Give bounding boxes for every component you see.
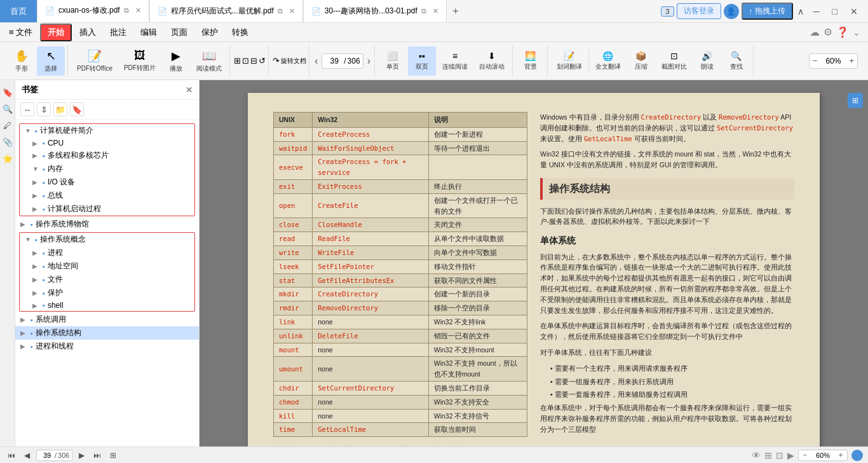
bookmark-icon-btn[interactable]: 🔖 [1, 85, 15, 99]
status-zoom-out-button[interactable]: － [799, 449, 811, 461]
compress-button[interactable]: 📦 压缩 [627, 46, 655, 76]
menu-file[interactable]: ≡ 文件 [3, 25, 39, 39]
right-panel-toggle[interactable]: ⊞ [848, 93, 863, 108]
upload-button[interactable]: ↑ 拖拽上传 [742, 3, 793, 20]
tab-2-copy-icon[interactable]: ⧉ [278, 7, 283, 15]
menu-page[interactable]: 页面 [165, 25, 194, 39]
attach-icon-btn[interactable]: 📎 [1, 135, 15, 149]
bm-boot[interactable]: ▶ ▪ 计算机启动过程 [20, 202, 194, 216]
bm-syscall[interactable]: ▶ ▪ 系统调用 [15, 313, 199, 326]
bm-hardware-intro[interactable]: ▼ ▪ 计算机硬件简介 [20, 124, 194, 137]
status-zoom-control[interactable]: － ＋ [798, 450, 848, 461]
status-zoom-input[interactable] [811, 452, 834, 459]
menu-annotate[interactable]: 批注 [104, 25, 133, 39]
tab-1-close[interactable]: ✕ [135, 6, 141, 15]
tab-2-close[interactable]: ✕ [289, 7, 295, 15]
full-translate-button[interactable]: 🌐 全文翻译 [590, 46, 626, 76]
tab-3-copy-icon[interactable]: ⧉ [421, 7, 426, 15]
next-page-status-button[interactable]: ▶ [76, 450, 87, 460]
word-translate-button[interactable]: 📝 划词翻译 [552, 46, 587, 76]
page-input[interactable] [325, 57, 344, 66]
tab-3[interactable]: 📄 30---趣谈网络协...03-01.pdf ⧉ ✕ [303, 0, 447, 22]
play-button[interactable]: ▶ 播放 [162, 46, 190, 76]
tts-button[interactable]: 🔊 朗读 [693, 46, 721, 76]
double-page-button[interactable]: ▪▪ 双页 [408, 46, 436, 76]
status-zoom-in-button[interactable]: ＋ [834, 449, 847, 461]
bm-pt-toggle: ▶ [20, 343, 29, 350]
autoscroll-button[interactable]: ⬇ 自动滚动 [474, 46, 510, 76]
table-row: waitpidWaitForSingleObject等待一个进程退出 [274, 141, 527, 155]
star-icon-btn[interactable]: ⭐ [1, 151, 15, 165]
hand-tool-button[interactable]: ✋ 手形 [8, 46, 36, 76]
menu-protect[interactable]: 保护 [195, 25, 224, 39]
bm-file[interactable]: ▶ ▪ 文件 [20, 273, 194, 286]
menu-edit[interactable]: 编辑 [134, 25, 163, 39]
zoom-in-button[interactable]: + [846, 55, 857, 67]
bm-multithread[interactable]: ▶ ▪ 多线程和多核芯片 [20, 149, 194, 162]
minimize-button[interactable]: ─ [808, 6, 825, 17]
bm-collapse-button[interactable]: ⇕ [37, 102, 51, 116]
bm-shell[interactable]: ▶ ▪ shell [20, 300, 194, 311]
cell-unix: close [274, 218, 313, 232]
compare-button[interactable]: ⊡ 截图对比 [656, 46, 692, 76]
search-icon-btn[interactable]: 🔍 [1, 102, 15, 116]
zoom-control[interactable]: − + [809, 53, 858, 69]
background-button[interactable]: 🌅 背景 [517, 46, 545, 76]
pdf-img-button[interactable]: 🖼 PDF转图片 [119, 46, 161, 76]
tab-3-close[interactable]: ✕ [433, 7, 438, 15]
close-button[interactable]: ✕ [845, 6, 863, 17]
bm-expand-button[interactable]: ↔ [20, 102, 34, 116]
tab-2[interactable]: 📄 程序员代码面试式...最优解.pdf ⧉ ✕ [149, 0, 303, 22]
new-tab-button[interactable]: ＋ [447, 3, 465, 20]
bm-pt-label: 进程和线程 [36, 341, 194, 352]
bm-addrspace[interactable]: ▶ ▪ 地址空间 [20, 259, 194, 273]
menu-expand-icon[interactable]: ⌄ [853, 27, 860, 38]
single-page-button[interactable]: ⬜ 单页 [379, 46, 407, 76]
bookmark-close-button[interactable]: ✕ [186, 85, 193, 95]
tab-copy-icon[interactable]: ⧉ [124, 6, 129, 15]
prev-page-button[interactable]: ‹ [313, 54, 319, 68]
fit-page-button[interactable]: ⊞ [107, 450, 119, 460]
bm-os-structure[interactable]: ▶ ▪ 操作系统结构 [15, 326, 199, 340]
bm-museum[interactable]: ▶ ▪ 操作系统博物馆 [15, 218, 199, 231]
cell-unix: fork [274, 127, 313, 141]
maximize-button[interactable]: □ [827, 6, 843, 17]
bm-proc-thread[interactable]: ▶ ▪ 进程和线程 [15, 340, 199, 353]
find-button[interactable]: 🔍 查找 [722, 46, 750, 76]
zoom-input[interactable] [820, 57, 846, 66]
bm-process[interactable]: ▶ ▪ 进程 [20, 246, 194, 259]
bm-memory[interactable]: ▼ ▪ 内存 [20, 162, 194, 176]
pdf-office-button[interactable]: 📝 PDF转Office [72, 46, 118, 76]
bm-addr-icon: ▪ [43, 263, 45, 270]
visitor-login-button[interactable]: 访客登录 [677, 3, 721, 19]
first-page-button[interactable]: ⏮ [5, 450, 18, 460]
help-icon[interactable]: ❓ [836, 26, 849, 38]
zoom-out-button[interactable]: − [810, 55, 821, 67]
bm-bookmark-button[interactable]: 🔖 [70, 102, 84, 116]
status-page-input[interactable] [39, 452, 55, 459]
menu-start-button[interactable]: 开始 [40, 24, 72, 41]
bm-bus-label: 总线 [48, 190, 189, 201]
bm-os-concepts[interactable]: ▼ ▪ 操作系统概念 [20, 233, 194, 246]
continuous-button[interactable]: ≡ 连续阅读 [437, 46, 473, 76]
prev-page-status-button[interactable]: ◀ [22, 450, 32, 460]
bm-folder-button[interactable]: 📁 [53, 102, 67, 116]
select-tool-button[interactable]: ↖ 选择 [37, 46, 65, 76]
pdf-area[interactable]: UNIX Win32 说明 forkCreateProcess创建一个新进程wa… [200, 80, 868, 446]
bm-hardware-label: 计算机硬件简介 [40, 125, 189, 136]
home-tab[interactable]: 首页 [0, 0, 37, 22]
annotate-icon-btn[interactable]: 🖊 [1, 118, 15, 132]
menu-convert[interactable]: 转换 [226, 25, 255, 39]
next-page-button[interactable]: › [366, 54, 372, 68]
bm-cpu[interactable]: ▶ ▪ CPU [20, 137, 194, 149]
read-mode-button[interactable]: 📖 阅读模式 [191, 46, 227, 76]
last-page-button[interactable]: ⏭ [91, 450, 104, 460]
bm-io[interactable]: ▶ ▪ I/O 设备 [20, 176, 194, 189]
bm-protect[interactable]: ▶ ▪ 保护 [20, 286, 194, 300]
menu-insert[interactable]: 插入 [73, 25, 102, 39]
toolbar-expand-icon[interactable]: ∧ [796, 6, 806, 17]
bm-bus[interactable]: ▶ ▪ 总线 [20, 189, 194, 202]
settings-icon[interactable]: ⚙ [824, 26, 832, 38]
table-row: killnoneWin32 不支持信号 [274, 409, 527, 423]
tab-1[interactable]: 📄 cxuan-os-修改.pdf ⧉ ✕ [37, 0, 149, 22]
